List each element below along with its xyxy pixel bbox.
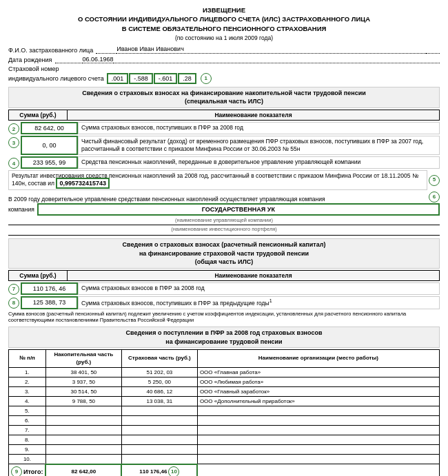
col-num-header: № п/п — [9, 350, 46, 368]
contrib-row-10: 10. — [9, 455, 440, 464]
row-acc: 30 514, 50 — [45, 387, 121, 397]
row-org — [197, 426, 439, 435]
row-acc: 9 788, 50 — [45, 397, 121, 406]
invest-value: 0,995732415743 — [56, 178, 110, 189]
snils-value: .001 -.588 -.601 .28 — [107, 73, 196, 84]
row-acc — [45, 426, 121, 435]
contributions-table: № п/п Накопительная часть (руб.) Страхов… — [8, 349, 440, 476]
snils-part-1: .001 — [107, 73, 129, 84]
row-ins — [121, 416, 197, 426]
amount-4: 233 955, 99 — [21, 156, 78, 169]
row-ins: 51 202, 03 — [121, 368, 197, 377]
circle-4: 4 — [8, 158, 19, 169]
contrib-row-4: 4. 9 788, 50 13 038, 31 ООО «Дополнитель… — [9, 397, 440, 406]
snils-label: Страховой номер — [8, 65, 440, 72]
section1-row-4: 4 233 955, 99 Средства пенсионных накопл… — [8, 156, 440, 169]
mgmt-text: В 2009 году доверительное управление сре… — [8, 196, 427, 203]
snils-sublabel: индивидуального лицевого счета — [8, 75, 104, 82]
doc-title: ИЗВЕЩЕНИЕ О СОСТОЯНИИ ИНДИВИДУАЛЬНОГО ЛИ… — [8, 6, 440, 33]
row-org — [197, 406, 439, 416]
row-num: 8. — [9, 435, 46, 445]
row-org: ООО «Главный заработок» — [197, 387, 439, 397]
desc-7: Сумма страховых взносов в ПФР за 2008 го… — [78, 282, 440, 295]
amount-3: 0, 00 — [21, 136, 78, 155]
contrib-row-3: 3. 30 514, 50 40 686, 12 ООО «Главный за… — [9, 387, 440, 397]
section1-row-3: 3 0, 00 Чистый финансовый результат (дох… — [8, 136, 440, 155]
row-num: 4. — [9, 397, 46, 406]
snils-part-4: .28 — [178, 73, 196, 84]
snils-row: индивидуального лицевого счета .001 -.58… — [8, 73, 440, 84]
fio-label: Ф.И.О. застрахованного лица — [8, 47, 93, 54]
desc-3: Чистый финансовый результат (доход) от в… — [78, 136, 440, 155]
row-num: 10. — [9, 455, 46, 464]
row-acc — [45, 435, 121, 445]
fio-value: Иванов Иван Иванович — [116, 45, 426, 54]
circle-10: 10 — [168, 466, 179, 476]
col-name-header: Наименование показателя — [68, 110, 440, 121]
row-num: 1. — [9, 368, 46, 377]
row-acc — [45, 406, 121, 416]
total-ins: 110 176,46 10 — [121, 464, 197, 476]
circle-3: 3 — [8, 137, 19, 148]
section3-footnote: Сумма взносов (расчетный пенсионный капи… — [8, 311, 440, 324]
row-acc — [45, 416, 121, 426]
mgmt-value-row: компания ГОСУДАРСТВЕННАЯ УК — [8, 203, 440, 216]
row-ins — [121, 435, 197, 445]
invest-text2: ил — [48, 180, 54, 187]
section3-row-7: 7 110 176, 46 Сумма страховых взносов в … — [8, 282, 440, 295]
circle-1: 1 — [201, 73, 212, 84]
mgmt-label2: компания — [8, 206, 34, 213]
row-org — [197, 455, 439, 464]
separator-1 — [8, 235, 440, 236]
contrib-row-8: 8. — [9, 435, 440, 445]
row-num: 3. — [9, 387, 46, 397]
snils-section: Страховой номер индивидуального лицевого… — [8, 65, 440, 84]
amount-8: 125 388, 73 — [21, 296, 78, 309]
snils-part-3: -.601 — [154, 73, 178, 84]
mgmt-company-value: ГОСУДАРСТВЕННАЯ УК — [37, 203, 440, 216]
dob-row: Дата рождения 06.06.1968 — [8, 56, 440, 63]
row-num: 7. — [9, 426, 46, 435]
contrib-row-5: 5. — [9, 406, 440, 416]
section3-col-name: Наименование показателя — [68, 270, 440, 280]
row-acc — [45, 455, 121, 464]
snils-part-2: -.588 — [129, 73, 153, 84]
row-num: 5. — [9, 406, 46, 416]
row-num: 6. — [9, 416, 46, 426]
section1-row-2: 2 82 642, 00 Сумма страховых взносов, по… — [8, 122, 440, 134]
row-ins — [121, 445, 197, 455]
contrib-row-1: 1. 38 401, 50 51 202, 03 ООО «Главная ра… — [9, 368, 440, 377]
row-org — [197, 416, 439, 426]
contrib-row-2: 2. 3 937, 50 5 250, 00 ООО «Любимая рабо… — [9, 377, 440, 387]
row-ins — [121, 406, 197, 416]
section1-header: Сведения о страховых взносах на финансир… — [8, 87, 440, 108]
row-org: ООО «Главная работа» — [197, 368, 439, 377]
dob-value: 06.06.1968 — [83, 56, 114, 63]
circle-5: 5 — [429, 175, 440, 186]
row-org: ООО «Дополнительный приработок» — [197, 397, 439, 406]
dob-label: Дата рождения — [8, 56, 52, 63]
col-acc-header: Накопительная часть (руб.) — [45, 350, 121, 368]
row-org — [197, 445, 439, 455]
row-num: 9. — [9, 445, 46, 455]
contrib-row-6: 6. — [9, 416, 440, 426]
section3-col-amount: Сумма (руб.) — [9, 270, 68, 280]
col-amount-header: Сумма (руб.) — [9, 110, 68, 121]
row-org — [197, 435, 439, 445]
circle-9: 9 — [11, 466, 22, 476]
amount-2: 82 642, 00 — [21, 122, 78, 134]
row-ins: 5 250, 00 — [121, 377, 197, 387]
total-label: Итого: — [23, 468, 43, 475]
mgmt-sublabel: (наименование управляющей компании) — [8, 217, 440, 223]
row-acc: 38 401, 50 — [45, 368, 121, 377]
circle-8: 8 — [8, 298, 19, 309]
row-ins: 13 038, 31 — [121, 397, 197, 406]
col-ins-header: Страховая часть (руб.) — [121, 350, 197, 368]
total-row: 9 Итого: 82 642,00 110 176,46 10 — [9, 464, 440, 476]
desc-8: Сумма страховых взносов, поступивших в П… — [78, 296, 440, 309]
total-acc: 82 642,00 — [45, 464, 121, 476]
row-acc — [45, 445, 121, 455]
mgmt-row: В 2009 году доверительное управление сре… — [8, 192, 440, 203]
row-acc: 3 937, 50 — [45, 377, 121, 387]
amount-7: 110 176, 46 — [21, 282, 78, 295]
